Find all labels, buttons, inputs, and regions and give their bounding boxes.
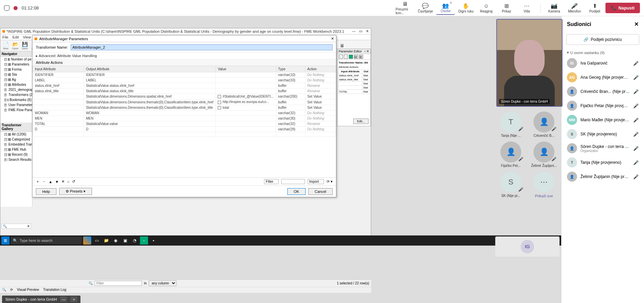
nav-item[interactable]: +Number of pe bbox=[0, 57, 32, 62]
close-icon[interactable]: ✕ bbox=[331, 36, 334, 41]
table-row[interactable]: status.xlink_hrefStat bbox=[338, 74, 370, 78]
participant-item[interactable]: TTanja (Nije provjereno)🎤̸ bbox=[562, 155, 644, 170]
import-dropdown[interactable]: Import bbox=[308, 179, 324, 184]
react-button[interactable]: ☺Reagiraj bbox=[477, 1, 496, 15]
new-button[interactable]: 📄New bbox=[2, 41, 10, 50]
pe-icon[interactable]: ▥ bbox=[359, 55, 363, 59]
nav-item[interactable]: +Ag bbox=[0, 77, 32, 82]
menu-edit[interactable]: Edit bbox=[13, 35, 19, 39]
maximize-icon[interactable]: ▭ bbox=[359, 29, 362, 33]
add-icon[interactable]: ＋ bbox=[70, 297, 77, 302]
filter-dropdown[interactable]: Filter bbox=[264, 179, 278, 184]
chat-button[interactable]: 💬Čavrljanje bbox=[416, 1, 435, 15]
video-tile[interactable]: ⋯Prikaži sve bbox=[529, 172, 558, 198]
nav-item[interactable]: +User Parameters (3) bbox=[0, 102, 32, 107]
move-down-icon[interactable]: ▼ bbox=[55, 180, 59, 184]
self-view[interactable]: IG bbox=[495, 236, 559, 257]
filter-input[interactable] bbox=[95, 281, 142, 286]
remove-row-icon[interactable]: － bbox=[42, 179, 46, 184]
view-button[interactable]: ⊞Prikaz bbox=[497, 1, 516, 15]
table-row[interactable]: MENMENvarchar(30)Do Nothing bbox=[33, 116, 336, 121]
table-row[interactable]: WOMANWOMANvarchar(32)Do Nothing bbox=[33, 110, 336, 116]
menu-file[interactable]: File bbox=[2, 35, 8, 39]
gallery-item[interactable]: +All (1206) bbox=[0, 132, 32, 137]
video-tile[interactable]: TTanja (Nije ...🎤̸ bbox=[496, 111, 525, 137]
video-tile[interactable]: 👤Crkvenčić B...🎤̸ bbox=[529, 111, 558, 137]
nav-item[interactable]: +Forma bbox=[0, 67, 32, 72]
nav-item[interactable]: +Sta bbox=[0, 72, 32, 77]
presets-button[interactable]: ⚙ Presets ▾ bbox=[59, 188, 92, 195]
participant-item[interactable]: IGIva Gašparović🎤̸ bbox=[562, 56, 644, 70]
table-row[interactable]: DDvarchar(28)Do Nothing bbox=[33, 127, 336, 132]
more-button[interactable]: ⋯Više bbox=[517, 1, 536, 15]
minimize-icon[interactable]: — bbox=[352, 29, 356, 33]
table-row[interactable]: Stat bbox=[338, 86, 370, 90]
app-icon[interactable]: ▫ bbox=[140, 236, 148, 245]
gallery-item[interactable]: +Embedded Transform bbox=[0, 142, 32, 147]
add-row-icon[interactable]: ＋ bbox=[36, 179, 40, 184]
explorer-icon[interactable]: 📁 bbox=[102, 236, 110, 245]
participant-item[interactable]: 👤Želimir Župljanin (Nije provjereno)🎤̸ bbox=[562, 170, 644, 184]
app-icon[interactable]: ▣ bbox=[121, 236, 129, 245]
nav-item[interactable]: +Transformers (29) bbox=[0, 92, 32, 97]
menu-view[interactable]: View bbox=[23, 35, 31, 39]
table-row[interactable]: LABELLABELvarchar(33)Do Nothing bbox=[33, 78, 336, 83]
nav-item[interactable]: +2021_demography by bbox=[0, 87, 32, 92]
close-icon[interactable]: ✕ bbox=[366, 29, 369, 33]
share-screen-button[interactable]: 🖥Preuzmi kon... bbox=[396, 1, 414, 15]
participant-item[interactable]: 👤Sören Dupke - con terra GmbHOrganizator… bbox=[562, 141, 644, 155]
video-tile[interactable]: 👤Fijačko Pet...🎤̸ bbox=[496, 142, 525, 168]
participant-item[interactable]: 👤Crkvenčić Bran... (Nije provjereno)🎤̸ bbox=[562, 84, 644, 99]
move-up-icon[interactable]: ▲ bbox=[49, 180, 52, 184]
minimize-icon[interactable]: — bbox=[60, 297, 67, 302]
table-row[interactable]: Stat bbox=[338, 82, 370, 86]
pe-icon[interactable] bbox=[349, 55, 353, 59]
share-button[interactable]: ⬆Podijeli bbox=[585, 1, 604, 15]
start-button[interactable]: ⊞ bbox=[1, 236, 9, 245]
table-row[interactable]: StatisticalValue.dimensions.Dimensions.t… bbox=[33, 99, 336, 105]
cancel-button[interactable]: Cancel bbox=[308, 188, 333, 195]
translation-log-tab[interactable]: Translation Log bbox=[43, 288, 66, 292]
table-row[interactable]: StatisticalValue.dimensions.Dimensions.t… bbox=[33, 105, 336, 110]
participant-item[interactable]: SSK (Nije provjereno)🎤̸ bbox=[562, 127, 644, 141]
visual-preview-tab[interactable]: Visual Preview bbox=[17, 288, 39, 292]
forward-icon[interactable]: → bbox=[344, 55, 348, 59]
main-video-tile[interactable]: Sören Dupke - con terra GmbH bbox=[496, 19, 563, 107]
nav-item[interactable]: +FME Flow Parameters bbox=[0, 107, 32, 112]
navigator-search[interactable]: 🔍✕ bbox=[1, 224, 31, 229]
nav-item[interactable]: +Parameters bbox=[0, 62, 32, 67]
tool-icon[interactable]: ↺ bbox=[72, 179, 75, 184]
taskbar-search[interactable]: 🔍 Type here to search bbox=[11, 237, 82, 244]
edit-button[interactable]: Edit... bbox=[353, 119, 368, 124]
raise-hand-button[interactable]: ✋Digni ruku bbox=[456, 1, 475, 15]
task-view-icon[interactable]: ▭ bbox=[93, 236, 101, 245]
pe-table[interactable]: Input AttributeOut status.xlink_hrefStat… bbox=[338, 69, 370, 94]
pe-icon[interactable]: ▤ bbox=[354, 55, 358, 59]
pin-icon[interactable]: ▫ bbox=[364, 50, 365, 53]
people-button[interactable]: 👥9Osobe bbox=[436, 1, 455, 15]
gallery-item[interactable]: +Recent (9) bbox=[0, 152, 32, 157]
save-button[interactable]: 💾Save bbox=[21, 41, 29, 50]
advanced-section-toggle[interactable]: ▸ Advanced: Attribute Value Handling bbox=[32, 52, 336, 59]
table-row[interactable]: TOTALStatisticalValue.valuevarchar(32)Re… bbox=[33, 121, 336, 127]
gallery-item[interactable]: +Categorized bbox=[0, 137, 32, 142]
table-row[interactable]: status.xlink_titleStat bbox=[338, 78, 370, 82]
participant-item[interactable]: 👤Fijačko Petar (Nije provjereno)🎤̸ bbox=[562, 99, 644, 113]
column-select[interactable]: any column bbox=[149, 280, 176, 286]
close-icon[interactable]: ✕ bbox=[634, 21, 639, 27]
open-button[interactable]: 📂Open bbox=[11, 41, 19, 50]
gallery-item[interactable]: +FME Hub bbox=[0, 147, 32, 152]
refresh-icon[interactable]: ⟳ ▾ bbox=[327, 179, 333, 184]
help-button[interactable]: Help bbox=[36, 188, 56, 195]
section-header[interactable]: ▾ U ovom sastanku (9) bbox=[562, 47, 644, 56]
table-row[interactable]: IDENTIFIERIDENTIFIERvarchar(10)Do Nothin… bbox=[33, 72, 336, 78]
close-icon[interactable]: ✕ bbox=[366, 50, 369, 53]
ok-button[interactable]: OK bbox=[287, 188, 306, 195]
nav-item[interactable]: +Attributes bbox=[0, 82, 32, 87]
camera-button[interactable]: 📷̸Kamera bbox=[545, 1, 564, 15]
leave-button[interactable]: 📞Napusti bbox=[605, 3, 640, 13]
table-row[interactable]: TOTALStat bbox=[338, 90, 370, 94]
back-icon[interactable]: ← bbox=[339, 55, 343, 59]
terminal-icon[interactable]: ▪ bbox=[149, 236, 158, 245]
video-tile[interactable]: 👤Želimir Župljani...🎤̸ bbox=[529, 142, 558, 168]
